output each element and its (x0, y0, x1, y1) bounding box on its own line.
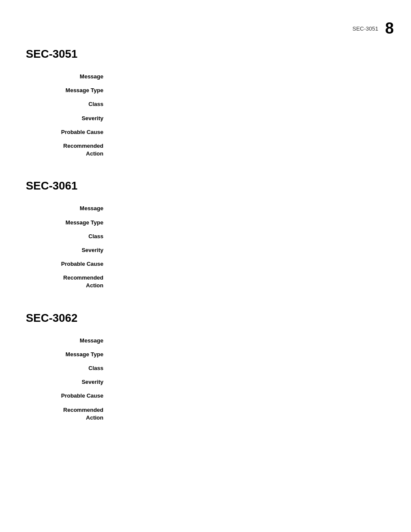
field-row-sec-3051-3: Severity (26, 115, 385, 122)
section-sec-3062: SEC-3062MessageMessage TypeClassSeverity… (26, 311, 385, 422)
field-value-sec-3062-0 (112, 337, 385, 345)
field-value-sec-3051-0 (112, 73, 385, 81)
field-value-sec-3062-4 (112, 392, 385, 400)
field-value-sec-3062-2 (112, 364, 385, 372)
section-title-sec-3062: SEC-3062 (26, 311, 385, 325)
field-value-sec-3061-2 (112, 233, 385, 240)
field-label-sec-3061-3: Severity (26, 246, 112, 254)
field-row-sec-3062-1: Message Type (26, 351, 385, 358)
field-label-sec-3061-5: Recommended Action (26, 274, 112, 289)
field-value-sec-3061-1 (112, 219, 385, 227)
field-row-sec-3061-1: Message Type (26, 219, 385, 227)
field-value-sec-3051-5 (112, 142, 385, 158)
page-header: SEC-3051 8 (352, 21, 394, 36)
field-label-sec-3062-1: Message Type (26, 351, 112, 358)
field-value-sec-3051-1 (112, 87, 385, 94)
field-value-sec-3062-1 (112, 351, 385, 358)
field-row-sec-3061-3: Severity (26, 246, 385, 254)
section-title-sec-3061: SEC-3061 (26, 179, 385, 193)
field-label-sec-3062-0: Message (26, 337, 112, 345)
field-row-sec-3061-0: Message (26, 205, 385, 212)
field-label-sec-3061-1: Message Type (26, 219, 112, 227)
field-row-sec-3061-2: Class (26, 233, 385, 240)
field-label-sec-3062-3: Severity (26, 378, 112, 386)
field-label-sec-3061-2: Class (26, 233, 112, 240)
header-code: SEC-3051 (352, 25, 378, 32)
field-label-sec-3062-4: Probable Cause (26, 392, 112, 400)
field-label-sec-3051-5: Recommended Action (26, 142, 112, 158)
field-row-sec-3062-0: Message (26, 337, 385, 345)
field-value-sec-3051-3 (112, 115, 385, 122)
field-label-sec-3061-0: Message (26, 205, 112, 212)
field-label-sec-3051-0: Message (26, 73, 112, 81)
field-row-sec-3062-4: Probable Cause (26, 392, 385, 400)
header-page-number: 8 (385, 21, 394, 36)
section-sec-3061: SEC-3061MessageMessage TypeClassSeverity… (26, 179, 385, 289)
field-value-sec-3051-4 (112, 128, 385, 136)
field-label-sec-3051-1: Message Type (26, 87, 112, 94)
field-row-sec-3051-4: Probable Cause (26, 128, 385, 136)
field-value-sec-3061-4 (112, 260, 385, 268)
field-value-sec-3061-5 (112, 274, 385, 289)
field-value-sec-3062-5 (112, 406, 385, 422)
field-label-sec-3051-2: Class (26, 100, 112, 108)
field-row-sec-3051-0: Message (26, 73, 385, 81)
field-row-sec-3051-2: Class (26, 100, 385, 108)
field-row-sec-3062-5: Recommended Action (26, 406, 385, 422)
field-label-sec-3062-2: Class (26, 364, 112, 372)
field-label-sec-3051-3: Severity (26, 115, 112, 122)
field-value-sec-3061-3 (112, 246, 385, 254)
field-row-sec-3061-4: Probable Cause (26, 260, 385, 268)
field-row-sec-3062-2: Class (26, 364, 385, 372)
main-content: SEC-3051MessageMessage TypeClassSeverity… (0, 0, 411, 422)
field-value-sec-3062-3 (112, 378, 385, 386)
field-label-sec-3061-4: Probable Cause (26, 260, 112, 268)
field-label-sec-3051-4: Probable Cause (26, 128, 112, 136)
field-label-sec-3062-5: Recommended Action (26, 406, 112, 422)
field-value-sec-3061-0 (112, 205, 385, 212)
field-row-sec-3051-1: Message Type (26, 87, 385, 94)
section-sec-3051: SEC-3051MessageMessage TypeClassSeverity… (26, 47, 385, 158)
field-row-sec-3062-3: Severity (26, 378, 385, 386)
field-row-sec-3051-5: Recommended Action (26, 142, 385, 158)
field-row-sec-3061-5: Recommended Action (26, 274, 385, 289)
field-value-sec-3051-2 (112, 100, 385, 108)
section-title-sec-3051: SEC-3051 (26, 47, 385, 61)
